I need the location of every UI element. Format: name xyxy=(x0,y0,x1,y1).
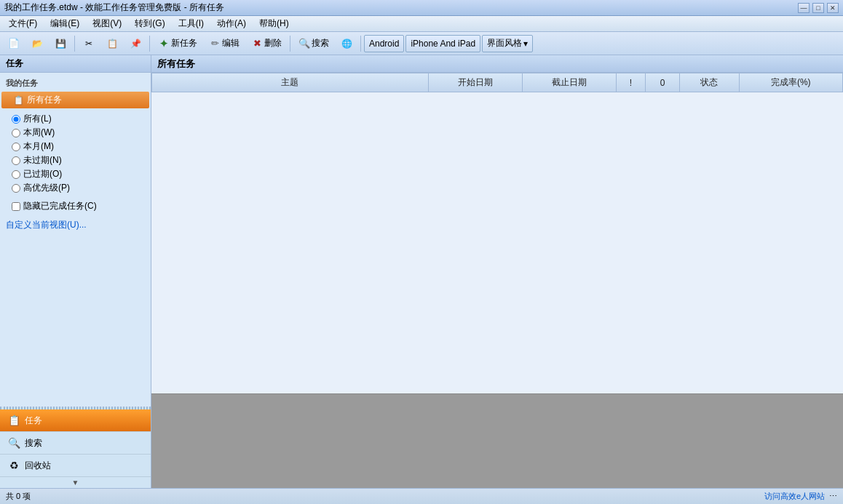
menu-help[interactable]: 帮助(H) xyxy=(253,16,295,31)
status-count: 共 0 项 xyxy=(6,491,31,502)
radio-all[interactable]: 所有(L) xyxy=(12,112,145,126)
close-button[interactable]: ✕ xyxy=(827,3,839,13)
sidebar-bottom-nav: 📋 任务 🔍 搜索 ♻ 回收站 ▼ xyxy=(0,407,151,488)
all-tasks-item[interactable]: 📋 所有任务 xyxy=(1,92,149,108)
copy-icon: 📋 xyxy=(106,38,118,49)
my-tasks-label: 我的任务 xyxy=(0,76,151,91)
col-priority[interactable]: ! xyxy=(616,73,645,92)
task-table-wrapper: 主题 开始日期 截止日期 ! 0 状态 完成率(%) xyxy=(151,73,843,393)
nav-tasks[interactable]: 📋 任务 xyxy=(0,409,151,432)
col-status[interactable]: 状态 xyxy=(680,73,739,92)
col-flag[interactable]: 0 xyxy=(646,73,680,92)
maximize-button[interactable]: □ xyxy=(812,3,824,13)
android-button[interactable]: Android xyxy=(364,35,404,52)
toolbar-sep-3 xyxy=(290,36,290,52)
ipad-button[interactable]: iPhone And iPad xyxy=(405,35,480,52)
menu-action[interactable]: 动作(A) xyxy=(211,16,252,31)
sidebar-scroll-down[interactable]: ▼ xyxy=(0,477,151,488)
nav-recycle[interactable]: ♻ 回收站 xyxy=(0,455,151,477)
style-arrow-icon: ▾ xyxy=(523,39,528,49)
resize-icon: ⋯ xyxy=(829,492,837,501)
recycle-nav-icon: ♻ xyxy=(7,459,20,472)
edit-icon: ✏ xyxy=(209,38,221,49)
content-header: 所有任务 xyxy=(151,55,843,73)
website-link[interactable]: 访问高效e人网站 xyxy=(764,491,825,502)
radio-not-overdue[interactable]: 未过期(N) xyxy=(12,153,145,167)
menu-tools[interactable]: 工具(I) xyxy=(173,16,210,31)
status-bar: 共 0 项 访问高效e人网站 ⋯ xyxy=(0,488,843,504)
menu-file[interactable]: 文件(F) xyxy=(3,16,43,31)
nav-search[interactable]: 🔍 搜索 xyxy=(0,432,151,455)
toolbar-save-btn[interactable]: 💾 xyxy=(50,34,71,53)
search-icon: 🔍 xyxy=(298,38,310,49)
task-list-icon: 📋 xyxy=(13,95,24,105)
toolbar-new-file-btn[interactable]: 📄 xyxy=(3,34,25,53)
new-task-button[interactable]: ✦ 新任务 xyxy=(153,34,202,53)
globe-button[interactable]: 🌐 xyxy=(336,34,357,53)
cut-icon: ✂ xyxy=(83,38,95,49)
toolbar: 📄 📂 💾 ✂ 📋 📌 ✦ 新任务 ✏ 编辑 ✖ 删除 🔍 搜索 🌐 An xyxy=(0,32,843,55)
bottom-detail-panel xyxy=(151,393,843,488)
toolbar-sep-4 xyxy=(360,36,361,52)
toolbar-open-btn[interactable]: 📂 xyxy=(26,34,48,53)
menu-bar: 文件(F) 编辑(E) 视图(V) 转到(G) 工具(I) 动作(A) 帮助(H… xyxy=(0,16,843,32)
col-start-date[interactable]: 开始日期 xyxy=(428,73,522,92)
hide-completed-checkbox[interactable] xyxy=(12,202,20,211)
filter-radio-group: 所有(L) 本周(W) 本月(M) 未过期(N) 已过期(O) xyxy=(0,109,151,198)
sidebar-content: 我的任务 📋 所有任务 所有(L) 本周(W) 本月(M) xyxy=(0,73,151,407)
minimize-button[interactable]: — xyxy=(798,3,810,13)
new-file-icon: 📄 xyxy=(8,38,20,49)
delete-task-button[interactable]: ✖ 删除 xyxy=(246,34,287,53)
col-due-date[interactable]: 截止日期 xyxy=(522,73,616,92)
radio-month[interactable]: 本月(M) xyxy=(12,140,145,153)
search-nav-icon: 🔍 xyxy=(7,436,20,449)
title-text: 我的工作任务.etdw - 效能工作任务管理免费版 - 所有任务 xyxy=(4,1,224,14)
customize-view-link[interactable]: 自定义当前视图(U)... xyxy=(0,215,92,234)
toolbar-sep-1 xyxy=(74,36,75,52)
toolbar-copy-btn[interactable]: 📋 xyxy=(101,34,123,53)
col-completion[interactable]: 完成率(%) xyxy=(739,73,842,92)
table-header-row: 主题 开始日期 截止日期 ! 0 状态 完成率(%) xyxy=(152,73,843,92)
content-panel: 所有任务 主题 开始日期 截止日期 ! 0 状态 完成率(%) xyxy=(151,55,843,488)
globe-icon: 🌐 xyxy=(341,38,352,49)
open-icon: 📂 xyxy=(31,38,43,49)
menu-view[interactable]: 视图(V) xyxy=(87,16,127,31)
paste-icon: 📌 xyxy=(130,38,141,49)
menu-edit[interactable]: 编辑(E) xyxy=(44,16,85,31)
radio-overdue[interactable]: 已过期(O) xyxy=(12,167,145,181)
tasks-nav-icon: 📋 xyxy=(7,414,20,427)
style-button[interactable]: 界面风格 ▾ xyxy=(482,35,533,52)
sidebar-header: 任务 xyxy=(0,55,151,73)
plus-icon: ✦ xyxy=(158,38,170,49)
edit-task-button[interactable]: ✏ 编辑 xyxy=(204,34,245,53)
sidebar: 任务 我的任务 📋 所有任务 所有(L) 本周(W) 本月(M) xyxy=(0,55,151,488)
delete-icon: ✖ xyxy=(251,38,263,49)
save-icon: 💾 xyxy=(55,38,66,49)
toolbar-sep-2 xyxy=(149,36,150,52)
menu-goto[interactable]: 转到(G) xyxy=(129,16,170,31)
title-bar: 我的工作任务.etdw - 效能工作任务管理免费版 - 所有任务 — □ ✕ xyxy=(0,0,843,16)
toolbar-cut-btn[interactable]: ✂ xyxy=(78,34,100,53)
hide-completed-checkbox-wrap[interactable]: 隐藏已完成任务(C) xyxy=(0,198,151,215)
search-button[interactable]: 🔍 搜索 xyxy=(293,34,334,53)
radio-week[interactable]: 本周(W) xyxy=(12,126,145,140)
toolbar-paste-btn[interactable]: 📌 xyxy=(124,34,146,53)
col-subject[interactable]: 主题 xyxy=(152,73,429,92)
radio-high-priority[interactable]: 高优先级(P) xyxy=(12,181,145,195)
main-area: 任务 我的任务 📋 所有任务 所有(L) 本周(W) 本月(M) xyxy=(0,55,843,488)
title-controls: — □ ✕ xyxy=(798,3,839,13)
task-table: 主题 开始日期 截止日期 ! 0 状态 完成率(%) xyxy=(151,73,843,92)
